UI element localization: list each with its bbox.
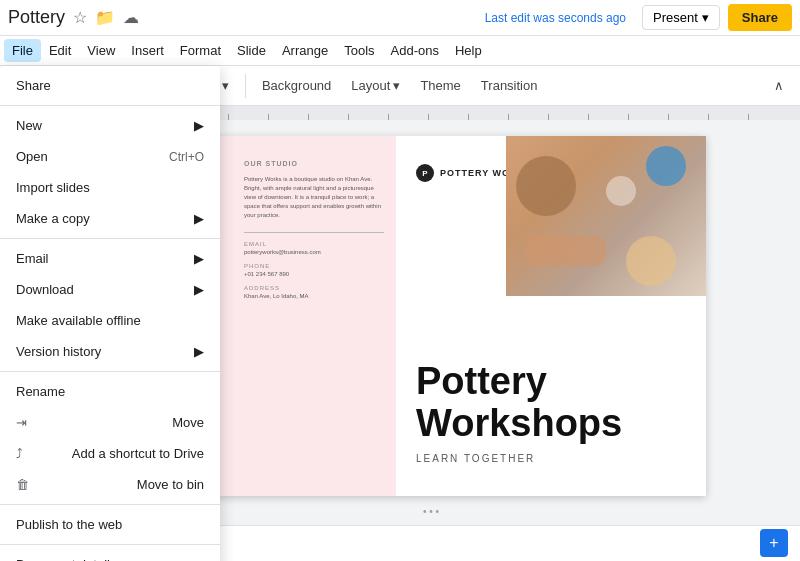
menu-format[interactable]: Format (172, 39, 229, 62)
slide-info-content: OUR STUDIO Pottery Works is a boutique s… (236, 136, 396, 496)
menu-file[interactable]: File (4, 39, 41, 62)
dropdown-make-copy-label: Make a copy (16, 211, 90, 226)
dropdown-divider-1 (0, 105, 220, 106)
dropdown-move-bin[interactable]: 🗑 Move to bin (0, 469, 220, 500)
dropdown-publish-label: Publish to the web (16, 517, 122, 532)
background-button[interactable]: Background (254, 74, 339, 97)
menu-insert[interactable]: Insert (123, 39, 172, 62)
dropdown-shortcut-to-drive[interactable]: ⤴ Add a shortcut to Drive (0, 438, 220, 469)
app-title: Pottery (8, 7, 65, 28)
dropdown-new-arrow-icon: ▶ (194, 118, 204, 133)
dropdown-open-shortcut: Ctrl+O (169, 150, 204, 164)
slide-canvas[interactable]: Information OUR STUDIO Pottery Works is … (156, 136, 706, 496)
pottery-image-content (506, 136, 706, 296)
dropdown-offline[interactable]: Make available offline (0, 305, 220, 336)
dropdown-doc-details-label: Document details (16, 557, 116, 561)
pottery-image (506, 136, 706, 296)
menu-tools[interactable]: Tools (336, 39, 382, 62)
dropdown-email-arrow-icon: ▶ (194, 251, 204, 266)
dropdown-divider-3 (0, 371, 220, 372)
email-value: potteryworks@business.com (244, 249, 384, 255)
dropdown-divider-5 (0, 544, 220, 545)
dropdown-download-label: Download (16, 282, 74, 297)
dropdown-publish[interactable]: Publish to the web (0, 509, 220, 540)
pottery-works-icon: P (416, 164, 434, 182)
dropdown-download[interactable]: Download ▶ (0, 274, 220, 305)
share-button[interactable]: Share (728, 4, 792, 31)
layout-button[interactable]: Layout ▾ (343, 74, 408, 97)
pottery-title-line1: Pottery Workshops (416, 361, 686, 445)
dropdown-new[interactable]: New ▶ (0, 110, 220, 141)
file-dropdown-menu: Share New ▶ Open Ctrl+O Import slides Ma… (0, 66, 220, 561)
menu-view[interactable]: View (79, 39, 123, 62)
menu-arrange[interactable]: Arrange (274, 39, 336, 62)
bin-icon: 🗑 (16, 477, 29, 492)
dropdown-divider-4 (0, 504, 220, 505)
phone-label: PHONE (244, 263, 384, 269)
menu-bar: File Edit View Insert Format Slide Arran… (0, 36, 800, 66)
add-slide-button[interactable]: + (760, 529, 788, 557)
dropdown-version-history-label: Version history (16, 344, 101, 359)
move-icon: ⇥ (16, 415, 27, 430)
learn-together: LEARN TOGETHER (416, 453, 686, 464)
present-button[interactable]: Present ▾ (642, 5, 720, 30)
menu-edit[interactable]: Edit (41, 39, 79, 62)
dropdown-email[interactable]: Email ▶ (0, 243, 220, 274)
pencil-arrow-icon: ▾ (222, 78, 229, 93)
dropdown-download-arrow-icon: ▶ (194, 282, 204, 297)
dropdown-make-copy[interactable]: Make a copy ▶ (0, 203, 220, 234)
dropdown-open[interactable]: Open Ctrl+O (0, 141, 220, 172)
address-value: Khan Ave, Lo Idaho, MA (244, 293, 384, 299)
slide-right-panel: P POTTERY WORKS Pottery Workshops LEARN … (396, 136, 706, 496)
folder-icon[interactable]: 📁 (95, 8, 115, 27)
dropdown-offline-label: Make available offline (16, 313, 141, 328)
dropdown-version-history[interactable]: Version history ▶ (0, 336, 220, 367)
present-arrow-icon: ▾ (702, 10, 709, 25)
menu-help[interactable]: Help (447, 39, 490, 62)
dropdown-email-label: Email (16, 251, 49, 266)
last-edit[interactable]: Last edit was seconds ago (485, 11, 626, 25)
dropdown-move[interactable]: ⇥ Move (0, 407, 220, 438)
studio-title: OUR STUDIO (244, 160, 384, 167)
dropdown-new-label: New (16, 118, 42, 133)
cloud-icon[interactable]: ☁ (123, 8, 139, 27)
title-bar: Pottery ☆ 📁 ☁ Last edit was seconds ago … (0, 0, 800, 36)
scroll-indicator: • • • (423, 506, 439, 517)
address-label: ADDRESS (244, 285, 384, 291)
layout-arrow-icon: ▾ (393, 78, 400, 93)
email-label: EMAIL (244, 241, 384, 247)
transition-button[interactable]: Transition (473, 74, 546, 97)
collapse-icon: ∧ (774, 78, 784, 93)
layout-label: Layout (351, 78, 390, 93)
dropdown-share[interactable]: Share (0, 70, 220, 101)
dropdown-rename[interactable]: Rename (0, 376, 220, 407)
toolbar-divider-1 (245, 74, 246, 98)
dropdown-rename-label: Rename (16, 384, 65, 399)
dropdown-doc-details[interactable]: Document details (0, 549, 220, 561)
dropdown-move-bin-label: Move to bin (137, 477, 204, 492)
menu-addons[interactable]: Add-ons (383, 39, 447, 62)
present-label: Present (653, 10, 698, 25)
theme-button[interactable]: Theme (412, 74, 468, 97)
collapse-button[interactable]: ∧ (766, 74, 792, 97)
star-icon[interactable]: ☆ (73, 8, 87, 27)
dropdown-version-arrow-icon: ▶ (194, 344, 204, 359)
dropdown-divider-2 (0, 238, 220, 239)
dropdown-shortcut-label: Add a shortcut to Drive (72, 446, 204, 461)
dropdown-import-slides[interactable]: Import slides (0, 172, 220, 203)
phone-value: +01 234 567 890 (244, 271, 384, 277)
dropdown-make-copy-arrow-icon: ▶ (194, 211, 204, 226)
studio-text: Pottery Works is a boutique studio on Kh… (244, 175, 384, 220)
shortcut-icon: ⤴ (16, 446, 23, 461)
dropdown-open-label: Open (16, 149, 48, 164)
dropdown-import-slides-label: Import slides (16, 180, 90, 195)
dropdown-share-label: Share (16, 78, 51, 93)
dropdown-move-label: Move (172, 415, 204, 430)
menu-slide[interactable]: Slide (229, 39, 274, 62)
